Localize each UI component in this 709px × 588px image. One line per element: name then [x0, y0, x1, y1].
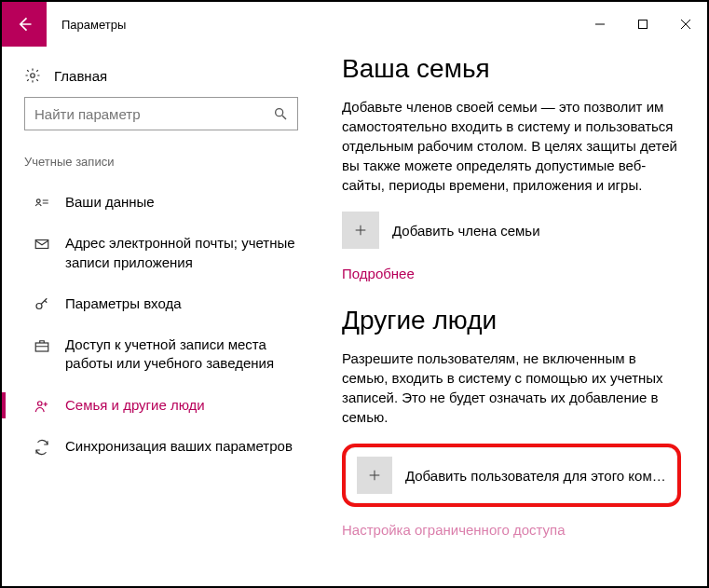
back-button[interactable]: [2, 2, 47, 47]
content-pane: Ваша семья Добавьте членов своей семьи —…: [323, 47, 707, 586]
mail-icon: [34, 236, 50, 253]
svg-point-11: [38, 401, 43, 405]
home-link[interactable]: Главная: [24, 62, 323, 97]
heading-family: Ваша семья: [342, 54, 681, 84]
sidebar-item-label: Семья и другие люди: [65, 396, 224, 415]
sidebar-item-label: Доступ к учетной записи места работы или…: [65, 335, 316, 374]
home-label: Главная: [54, 68, 107, 84]
minimize-button[interactable]: [579, 2, 621, 47]
close-button[interactable]: [664, 2, 707, 47]
sidebar-item-signin-options[interactable]: Параметры входа: [24, 283, 323, 324]
maximize-button[interactable]: [621, 2, 664, 47]
sidebar-item-email-accounts[interactable]: Адрес электронной почты; учетные записи …: [24, 223, 323, 283]
sidebar-item-label: Адрес электронной почты; учетные записи …: [65, 234, 316, 272]
svg-rect-10: [35, 343, 48, 351]
family-description: Добавьте членов своей семьи — это позвол…: [342, 97, 681, 195]
gear-icon: [24, 67, 41, 84]
add-family-member-button[interactable]: Добавить члена семьи: [342, 212, 681, 249]
others-description: Разрешите пользователям, не включенным в…: [342, 349, 681, 427]
svg-point-7: [36, 199, 40, 203]
people-plus-icon: [34, 398, 50, 415]
titlebar: Параметры: [2, 2, 707, 47]
svg-rect-1: [639, 21, 648, 29]
sidebar-item-label: Параметры входа: [65, 294, 200, 313]
heading-others: Другие люди: [342, 306, 681, 335]
sidebar-item-sync[interactable]: Синхронизация ваших параметров: [24, 426, 323, 467]
search-input[interactable]: [34, 106, 273, 122]
nav-list: Ваши данные Адрес электронной почты; уче…: [24, 182, 323, 467]
plus-icon: [357, 457, 392, 494]
search-icon: [273, 106, 288, 121]
search-box[interactable]: [24, 97, 298, 130]
maximize-icon: [637, 19, 648, 30]
minimize-icon: [594, 19, 606, 30]
sidebar-item-family[interactable]: Семья и другие люди: [24, 385, 323, 426]
sidebar-item-your-info[interactable]: Ваши данные: [24, 182, 323, 223]
category-label: Учетные записи: [24, 149, 323, 182]
add-other-user-label: Добавить пользователя для этого компь…: [405, 468, 666, 484]
highlighted-callout: Добавить пользователя для этого компь…: [342, 444, 681, 507]
close-icon: [680, 19, 691, 30]
svg-line-6: [282, 116, 286, 119]
settings-window: Параметры Главная Учетные записи: [2, 2, 707, 586]
svg-rect-8: [35, 240, 48, 249]
sync-icon: [34, 439, 50, 456]
briefcase-icon: [34, 337, 50, 354]
svg-point-9: [36, 303, 42, 308]
window-title: Параметры: [47, 2, 579, 47]
plus-icon: [342, 212, 379, 249]
restricted-access-link[interactable]: Настройка ограниченного доступа: [342, 522, 681, 538]
sidebar: Главная Учетные записи Ваши данные Адрес…: [2, 47, 323, 586]
svg-point-5: [276, 109, 283, 116]
learn-more-link[interactable]: Подробнее: [342, 266, 415, 281]
sidebar-item-work-access[interactable]: Доступ к учетной записи места работы или…: [24, 324, 323, 385]
key-icon: [34, 296, 50, 313]
arrow-left-icon: [15, 15, 34, 34]
add-other-user-button[interactable]: Добавить пользователя для этого компь…: [357, 457, 666, 494]
window-controls: [579, 2, 707, 47]
sidebar-item-label: Синхронизация ваших параметров: [65, 437, 311, 456]
sidebar-item-label: Ваши данные: [65, 193, 173, 212]
add-family-label: Добавить члена семьи: [392, 223, 540, 239]
id-card-icon: [34, 195, 50, 212]
svg-point-4: [31, 74, 35, 78]
